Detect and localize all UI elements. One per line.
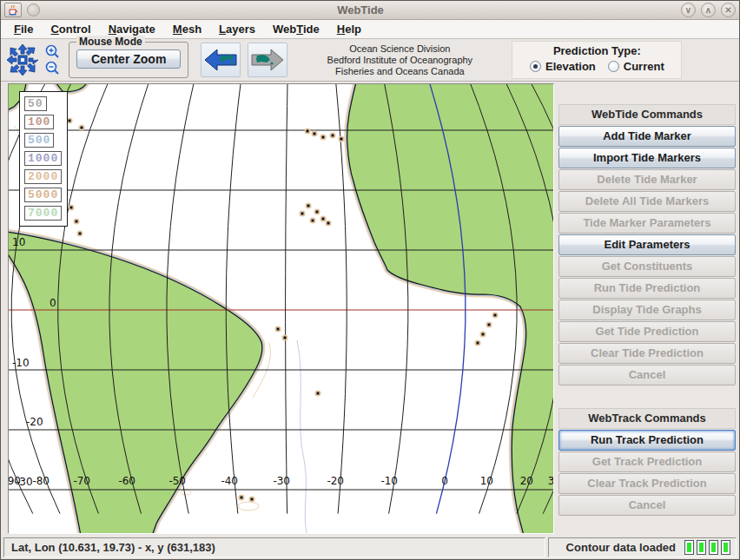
island-dot	[301, 213, 304, 215]
longitude-label: 30	[548, 475, 554, 487]
longitude-label: -50	[168, 475, 186, 487]
clear-track-prediction-button: Clear Track Prediction	[558, 473, 736, 494]
previous-view-button[interactable]	[201, 43, 241, 77]
app-icon-button[interactable]	[4, 3, 22, 17]
cancel-button: Cancel	[558, 495, 736, 516]
delete-tide-marker-button: Delete Tide Marker	[558, 169, 736, 190]
prediction-radio-group: ElevationCurrent	[525, 60, 669, 73]
legend-value-7000: 7000	[24, 206, 62, 221]
legend-value-2000: 2000	[24, 169, 62, 184]
edit-parameters-button[interactable]: Edit Parameters	[558, 234, 736, 255]
longitude-label: -60	[118, 475, 135, 487]
import-tide-markers-button[interactable]: Import Tide Markers	[558, 148, 736, 168]
island-dot	[317, 392, 320, 395]
longitude-label: -90	[9, 475, 21, 487]
latitude-label: -10	[12, 357, 30, 369]
longitude-label: -30	[273, 475, 290, 487]
longitude-label: -10	[380, 475, 398, 487]
webtide-commands-header: WebTide Commands	[558, 104, 736, 125]
africa	[347, 84, 554, 533]
longitude-label: 0	[441, 475, 448, 487]
island-dot	[332, 135, 334, 137]
island-dot	[70, 207, 73, 209]
latitude-label: -20	[26, 416, 43, 428]
coordinate-readout: Lat, Lon (10.631, 19.73) - x, y (631,183…	[3, 537, 545, 557]
island-dot	[322, 218, 325, 221]
radio-label-elevation: Elevation	[545, 60, 596, 73]
island-dot	[314, 133, 316, 135]
get-track-prediction-button: Get Track Prediction	[558, 451, 736, 472]
maximize-icon[interactable]: ∧	[701, 3, 716, 17]
atlantic-map: 100-10-20-30-90-80-70-60-50-40-30-20-100…	[9, 84, 554, 533]
meridian-line	[226, 84, 241, 514]
led-indicator	[684, 540, 694, 555]
menu-mesh[interactable]: Mesh	[165, 21, 209, 37]
led-indicator	[697, 540, 706, 555]
mouse-mode-group: Mouse Mode Center Zoom	[69, 42, 188, 78]
longitude-label: 10	[480, 475, 493, 487]
radio-elevation[interactable]: Elevation	[530, 60, 596, 73]
status-message: Contour data loaded	[566, 541, 676, 554]
command-sidebar: WebTide Commands Add Tide MarkerImport T…	[554, 82, 739, 537]
menu-webtide[interactable]: WebTide	[265, 21, 327, 37]
island-dot	[307, 130, 309, 133]
title-bar: WebTide ∨∧✕	[1, 1, 739, 20]
island-dot	[316, 211, 319, 214]
window-title: WebTide	[40, 3, 681, 16]
center-zoom-button[interactable]: Center Zoom	[76, 49, 181, 69]
island-dot	[322, 136, 325, 139]
institute-line-3: Fisheries and Oceans Canada	[300, 66, 499, 77]
radio-label-current: Current	[624, 60, 664, 73]
land-masses	[9, 84, 554, 533]
tide-marker-parameters-button: Tide Marker Parameters	[558, 213, 736, 234]
longitude-label: -80	[32, 475, 50, 487]
island-dot	[69, 120, 71, 122]
forward-arrow-map-icon	[250, 46, 285, 74]
island-dot	[79, 233, 82, 235]
minimize-icon[interactable]: ∨	[681, 3, 696, 17]
legend-value-5000: 5000	[24, 188, 62, 202]
close-icon[interactable]: ✕	[721, 3, 736, 17]
add-tide-marker-button[interactable]: Add Tide Marker	[558, 126, 736, 147]
island-dot	[277, 328, 280, 331]
map-viewport[interactable]: 100-10-20-30-90-80-70-60-50-40-30-20-100…	[8, 83, 554, 534]
latitude-label: 10	[12, 236, 25, 248]
get-constituents-button: Get Constituents	[558, 256, 736, 277]
window-menu-button[interactable]	[27, 3, 40, 16]
island-dot	[482, 333, 485, 336]
radio-dot-current[interactable]	[608, 61, 619, 72]
data-loaded-indicators	[684, 540, 730, 555]
pan-tool-icon[interactable]	[6, 43, 39, 76]
island-dot	[76, 221, 78, 223]
island-dot	[307, 205, 310, 208]
status-message-panel: Contour data loaded	[548, 537, 737, 557]
institute-line-2: Bedford Institute of Oceanography	[300, 55, 499, 66]
legend-value-500: 500	[24, 133, 54, 148]
delete-all-tide-markers-button: Delete All Tide Markers	[558, 191, 736, 212]
display-tide-graphs-button: Display Tide Graphs	[558, 300, 736, 320]
run-track-prediction-button[interactable]: Run Track Prediction	[558, 430, 736, 451]
next-view-button[interactable]	[248, 43, 287, 77]
island-dot	[81, 127, 83, 129]
clear-tide-prediction-button: Clear Tide Prediction	[558, 343, 736, 364]
island-dot	[251, 498, 254, 501]
radio-dot-elevation[interactable]	[530, 61, 541, 72]
meridian-line	[286, 84, 287, 514]
zoom-in-icon[interactable]	[44, 44, 60, 60]
longitude-label: 20	[520, 475, 533, 487]
prediction-type-label: Prediction Type:	[525, 44, 669, 57]
latitude-label: 0	[50, 297, 56, 309]
radio-current[interactable]: Current	[608, 60, 664, 73]
island-dot	[340, 138, 343, 141]
island-dot	[488, 324, 491, 326]
menu-file[interactable]: File	[6, 21, 41, 37]
zoom-out-icon[interactable]	[44, 61, 60, 76]
java-cup-icon	[7, 4, 19, 16]
longitude-label: -40	[221, 475, 238, 487]
menu-help[interactable]: Help	[329, 21, 369, 37]
island-dot	[312, 220, 314, 222]
mouse-mode-label: Mouse Mode	[76, 36, 145, 48]
webtrack-commands-header: WebTrack Commands	[558, 408, 736, 429]
menu-layers[interactable]: Layers	[211, 21, 263, 37]
legend-value-1000: 1000	[24, 151, 62, 166]
